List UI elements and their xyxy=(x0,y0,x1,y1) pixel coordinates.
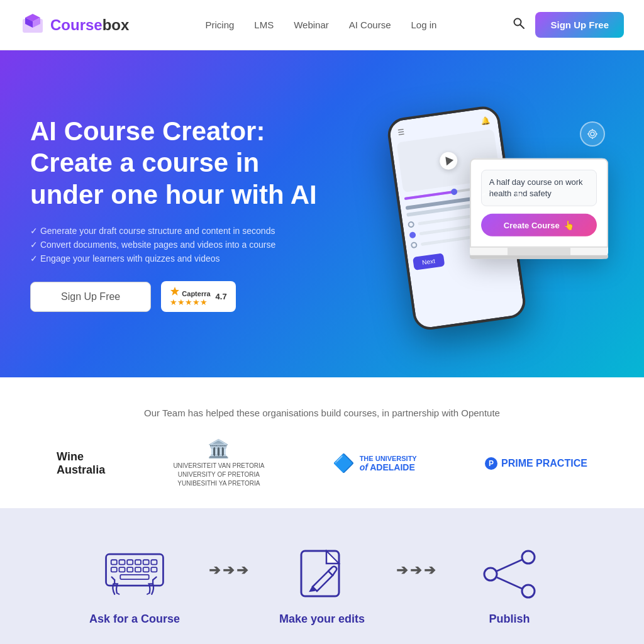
svg-rect-17 xyxy=(127,560,133,564)
svg-rect-18 xyxy=(135,560,141,564)
logo[interactable]: Coursebox xyxy=(20,13,129,38)
hero-actions: Sign Up Free Capterra ★★★★★ 4.7 xyxy=(30,281,322,312)
nav-actions: Sign Up Free xyxy=(513,12,624,38)
nav-ai-course[interactable]: AI Course xyxy=(349,19,391,30)
partners-tagline: Our Team has helped these organisations … xyxy=(30,408,614,418)
svg-point-9 xyxy=(591,132,594,136)
demo-arrow xyxy=(482,182,533,211)
svg-line-37 xyxy=(497,577,522,589)
step-edit-label: Make your edits xyxy=(279,613,365,626)
how-it-works-section: Ask for a Course ➔ ➔ ➔ xyxy=(0,508,644,644)
hero-visual: ☰ 🔔 xyxy=(322,82,614,346)
step-edit: Make your edits xyxy=(253,546,391,626)
partners-section: Our Team has helped these organisations … xyxy=(0,377,644,508)
capterra-stars: ★★★★★ xyxy=(170,297,210,307)
nav-pricing[interactable]: Pricing xyxy=(205,19,234,30)
hero-feature-2: ✓ Convert documents, website pages and v… xyxy=(30,240,322,250)
partner-wine-australia: WineAustralia xyxy=(57,450,105,477)
svg-rect-24 xyxy=(135,567,141,572)
svg-point-35 xyxy=(522,585,535,597)
partner-univ-pretoria: 🏛️ UNIVERSITEIT VAN PRETORIA UNIVERSITY … xyxy=(173,438,264,488)
hero-section: AI Course Creator: Create a course in un… xyxy=(0,50,644,377)
logo-icon xyxy=(20,13,45,38)
svg-line-5 xyxy=(521,25,525,29)
steps-row: Ask for a Course ➔ ➔ ➔ xyxy=(30,546,614,626)
signup-button-nav[interactable]: Sign Up Free xyxy=(535,12,624,38)
svg-rect-26 xyxy=(151,567,157,572)
arrows-1: ➔ ➔ ➔ xyxy=(204,562,253,579)
step-ask-label: Ask for a Course xyxy=(89,613,180,626)
partner-prime-practice: P PRIME PRACTICE xyxy=(485,457,587,470)
prime-practice-text: PRIME PRACTICE xyxy=(501,458,587,469)
svg-line-29 xyxy=(112,577,115,580)
capterra-icon xyxy=(170,286,180,296)
svg-rect-21 xyxy=(111,567,117,572)
search-icon xyxy=(513,17,525,30)
brand-name: Coursebox xyxy=(50,16,129,34)
hero-feature-1: ✓ Generate your draft course structure a… xyxy=(30,226,322,236)
svg-rect-22 xyxy=(119,567,125,572)
phone-next-btn[interactable]: Next xyxy=(413,253,445,270)
arrows-2: ➔ ➔ ➔ xyxy=(391,562,440,579)
nav-webinar[interactable]: Webinar xyxy=(294,19,329,30)
nav-login[interactable]: Log in xyxy=(411,19,436,30)
svg-rect-25 xyxy=(143,567,149,572)
create-course-button[interactable]: Create Course 👆 xyxy=(481,214,597,236)
navbar: Coursebox Pricing LMS Webinar AI Course … xyxy=(0,0,644,50)
svg-rect-27 xyxy=(120,575,148,579)
svg-rect-20 xyxy=(151,560,157,564)
nav-lms[interactable]: LMS xyxy=(254,19,274,30)
capterra-rating: 4.7 xyxy=(216,292,227,301)
svg-rect-23 xyxy=(127,567,133,572)
nav-links: Pricing LMS Webinar AI Course Log in xyxy=(205,19,436,30)
signup-button-hero[interactable]: Sign Up Free xyxy=(30,282,151,312)
partners-logos: WineAustralia 🏛️ UNIVERSITEIT VAN PRETOR… xyxy=(30,438,614,488)
publish-icon xyxy=(478,546,541,602)
edit-icon xyxy=(291,546,353,602)
svg-rect-16 xyxy=(119,560,125,564)
scan-icon[interactable] xyxy=(580,121,605,147)
univ-pretoria-text: UNIVERSITEIT VAN PRETORIA UNIVERSITY OF … xyxy=(173,462,264,488)
capterra-label: Capterra xyxy=(170,286,210,297)
svg-line-36 xyxy=(497,560,522,571)
svg-marker-6 xyxy=(170,287,179,296)
partner-univ-adelaide: 🔷 THE UNIVERSITY of ADELAIDE xyxy=(333,453,417,474)
step-ask: Ask for a Course xyxy=(65,546,204,626)
svg-point-8 xyxy=(589,130,596,138)
hero-content: AI Course Creator: Create a course in un… xyxy=(30,116,322,312)
svg-point-34 xyxy=(484,568,497,580)
svg-rect-19 xyxy=(143,560,149,564)
hero-feature-3: ✓ Engage your learners with quizzes and … xyxy=(30,253,322,264)
step-publish-label: Publish xyxy=(489,613,530,626)
svg-line-31 xyxy=(153,577,156,580)
hero-features: ✓ Generate your draft course structure a… xyxy=(30,226,322,264)
svg-point-33 xyxy=(522,551,535,564)
hero-title: AI Course Creator: Create a course in un… xyxy=(30,116,322,211)
step-publish: Publish xyxy=(440,546,579,626)
svg-rect-15 xyxy=(111,560,117,564)
svg-marker-7 xyxy=(517,192,523,198)
ask-icon xyxy=(103,546,166,602)
search-button[interactable] xyxy=(513,17,525,33)
capterra-badge: Capterra ★★★★★ 4.7 xyxy=(161,281,235,312)
